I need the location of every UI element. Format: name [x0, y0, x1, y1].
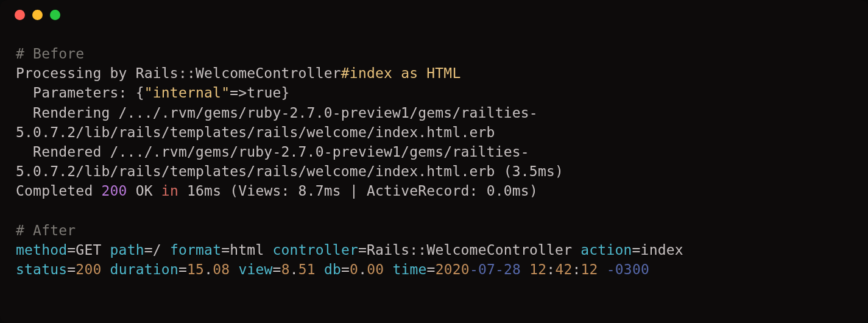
maximize-icon[interactable]	[50, 10, 60, 20]
log-line: Rendered /.../.rvm/gems/ruby-2.7.0-previ…	[16, 144, 529, 160]
comment-before: # Before	[16, 46, 84, 62]
log-line: 5.0.7.2/lib/rails/templates/rails/welcom…	[16, 124, 495, 140]
log-line: Rendering /.../.rvm/gems/ruby-2.7.0-prev…	[16, 105, 538, 121]
titlebar	[0, 0, 868, 29]
log-line: Completed 200 OK in 16ms (Views: 8.7ms |…	[16, 183, 538, 199]
log-line: 5.0.7.2/lib/rails/templates/rails/welcom…	[16, 163, 563, 179]
log-line: Processing by Rails::WelcomeController#i…	[16, 65, 460, 81]
log-line: status=200 duration=15.08 view=8.51 db=0…	[16, 261, 649, 277]
log-line: Parameters: {"internal"=>true}	[16, 85, 290, 101]
terminal-content: # Before Processing by Rails::WelcomeCon…	[0, 29, 868, 294]
minimize-icon[interactable]	[32, 10, 43, 20]
comment-after: # After	[16, 222, 76, 238]
log-line: method=GET path=/ format=html controller…	[16, 242, 683, 258]
terminal-window: # Before Processing by Rails::WelcomeCon…	[0, 0, 868, 323]
close-icon[interactable]	[15, 10, 25, 20]
